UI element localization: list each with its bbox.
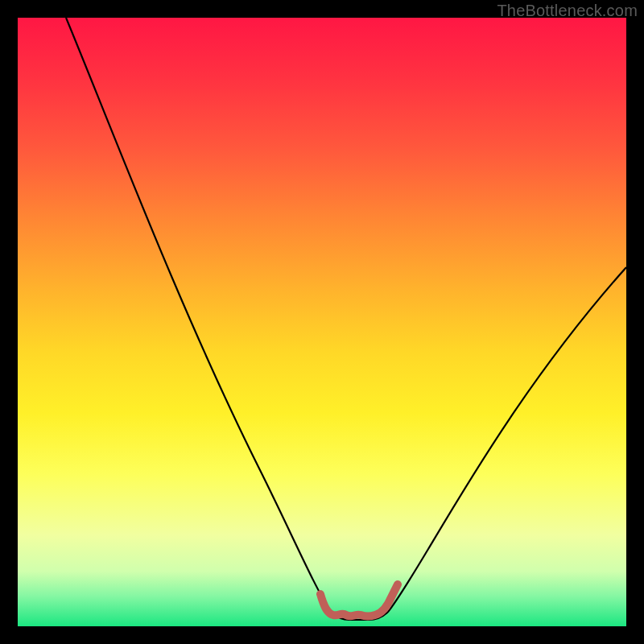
plot-area [18,18,626,626]
low-band-stroke [320,584,398,617]
chart-svg [18,18,626,626]
attribution-label: TheBottleneck.com [497,2,638,20]
low-band-marker [322,599,393,626]
chart-frame: TheBottleneck.com [0,0,644,644]
bottleneck-curve-path [66,18,626,620]
